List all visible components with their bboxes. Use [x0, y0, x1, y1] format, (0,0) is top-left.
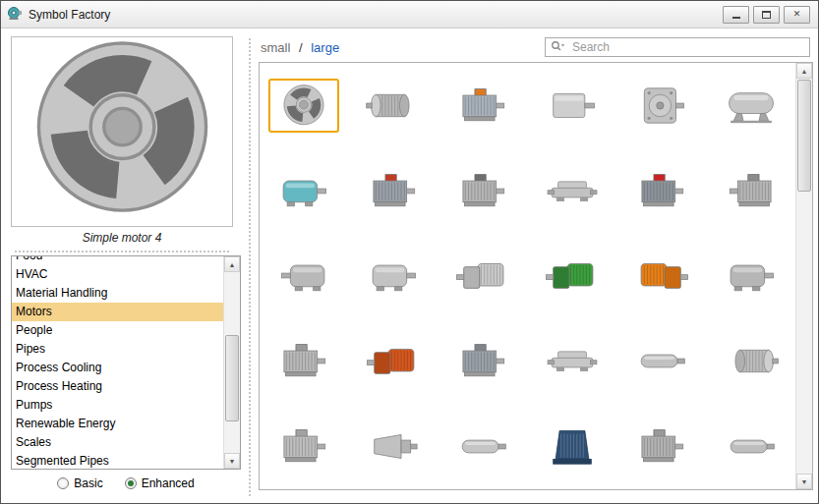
grid-scrollbar[interactable]: ▲ ▼	[795, 63, 812, 489]
symbol-cell-24[interactable]	[706, 318, 795, 404]
category-item-process-cooling[interactable]: Process Cooling	[12, 359, 223, 377]
category-list[interactable]: FoodHVACMaterial HandlingMotorsPeoplePip…	[11, 255, 241, 470]
vertical-dotted-divider	[249, 38, 251, 496]
symbol-cell-25[interactable]	[260, 404, 349, 489]
motor-symbol-icon	[447, 79, 518, 133]
category-item-motors[interactable]: Motors	[12, 303, 223, 321]
size-large-link[interactable]: large	[311, 40, 339, 55]
category-scrollbar[interactable]: ▲ ▼	[223, 256, 240, 469]
symbol-cell-30[interactable]	[706, 404, 795, 489]
category-item-people[interactable]: People	[12, 321, 223, 340]
scroll-down-button[interactable]: ▼	[224, 453, 240, 469]
symbol-cell-6[interactable]	[706, 63, 795, 148]
category-item-segmented-pipes[interactable]: Segmented Pipes	[12, 452, 223, 470]
symbol-cell-23[interactable]	[616, 318, 706, 404]
motor-symbol-icon	[268, 334, 339, 388]
category-item-material-handling[interactable]: Material Handling	[12, 284, 223, 303]
motor-symbol-icon	[716, 334, 787, 388]
motor-symbol-icon	[626, 164, 697, 218]
motor-symbol-icon	[447, 334, 518, 388]
motor-symbol-icon	[447, 164, 518, 218]
symbol-preview	[11, 36, 233, 227]
symbol-cell-3[interactable]	[439, 63, 528, 148]
category-item-pumps[interactable]: Pumps	[12, 396, 223, 415]
size-links-separator: /	[299, 40, 303, 55]
symbol-cell-2[interactable]	[349, 63, 439, 148]
symbol-cell-17[interactable]	[616, 234, 706, 319]
size-small-link[interactable]: small	[261, 40, 290, 55]
symbol-cell-18[interactable]	[706, 234, 795, 319]
close-icon: ✕	[793, 10, 801, 19]
scrollbar-thumb[interactable]	[225, 335, 239, 421]
motor-symbol-icon	[358, 79, 429, 133]
symbol-cell-19[interactable]	[260, 318, 349, 404]
maximize-button[interactable]	[753, 6, 780, 24]
symbol-cell-22[interactable]	[528, 318, 617, 404]
motor-symbol-icon	[626, 420, 697, 474]
size-links: small / large	[261, 40, 339, 55]
symbol-style-options: Basic Enhanced	[11, 476, 241, 490]
radio-enhanced-circle[interactable]	[125, 477, 137, 489]
symbol-cell-26[interactable]	[349, 404, 439, 489]
category-items: FoodHVACMaterial HandlingMotorsPeoplePip…	[12, 255, 223, 470]
symbol-cell-29[interactable]	[616, 404, 706, 489]
symbol-cell-8[interactable]	[349, 148, 439, 234]
motor-symbol-icon	[268, 249, 339, 303]
radio-basic-circle[interactable]	[57, 477, 69, 489]
radio-basic-label: Basic	[74, 476, 102, 490]
symbol-cell-16[interactable]	[528, 234, 617, 319]
scroll-up-button[interactable]: ▲	[796, 63, 812, 79]
maximize-icon	[762, 11, 771, 19]
symbol-grid: ▲ ▼	[259, 62, 813, 490]
radio-basic[interactable]: Basic	[57, 476, 102, 490]
category-item-hvac[interactable]: HVAC	[12, 265, 223, 284]
close-button[interactable]: ✕	[784, 6, 810, 24]
search-box[interactable]	[545, 37, 810, 57]
horizontal-dotted-divider	[15, 251, 229, 252]
category-item-scales[interactable]: Scales	[12, 433, 223, 452]
scrollbar-thumb[interactable]	[797, 80, 811, 192]
category-item-pipes[interactable]: Pipes	[12, 340, 223, 359]
symbol-cell-5[interactable]	[616, 63, 706, 148]
motor-symbol-icon	[716, 164, 787, 218]
motor-symbol-icon	[537, 420, 608, 474]
scroll-up-button[interactable]: ▲	[224, 256, 240, 272]
radio-enhanced-label: Enhanced	[142, 476, 195, 490]
symbol-cell-10[interactable]	[528, 148, 617, 234]
symbol-cell-7[interactable]	[260, 148, 349, 234]
symbol-cell-11[interactable]	[616, 148, 706, 234]
app-icon	[7, 5, 23, 25]
symbol-cell-13[interactable]	[260, 234, 349, 319]
motor-symbol-icon	[537, 249, 608, 303]
window-title: Symbol Factory	[29, 8, 110, 22]
motor-symbol-icon	[626, 79, 697, 133]
symbol-cell-15[interactable]	[439, 234, 528, 319]
symbol-cell-12[interactable]	[706, 148, 795, 234]
search-icon	[551, 38, 565, 56]
symbol-cell-27[interactable]	[439, 404, 528, 489]
motor-symbol-icon	[447, 249, 518, 303]
titlebar[interactable]: Symbol Factory ✕	[1, 1, 818, 28]
window-controls: ✕	[723, 6, 812, 24]
category-item-process-heating[interactable]: Process Heating	[12, 377, 223, 396]
radio-enhanced[interactable]: Enhanced	[125, 476, 195, 490]
scroll-down-button[interactable]: ▼	[796, 474, 812, 489]
minimize-button[interactable]	[723, 6, 749, 24]
motor-symbol-icon	[358, 334, 429, 388]
symbol-cell-9[interactable]	[439, 148, 528, 234]
symbol-cell-1[interactable]	[260, 63, 349, 148]
motor-symbol-icon	[268, 79, 339, 133]
category-item-renewable-energy[interactable]: Renewable Energy	[12, 415, 223, 433]
search-input[interactable]	[570, 39, 804, 55]
category-item-food[interactable]: Food	[12, 255, 223, 265]
client-area: Simple motor 4 FoodHVACMaterial Handling…	[1, 28, 818, 504]
symbol-factory-window: Symbol Factory ✕ Simple motor 4 FoodHVAC…	[0, 0, 819, 504]
symbol-grid-cells	[260, 63, 795, 489]
motor-symbol-icon	[626, 249, 697, 303]
symbol-cell-14[interactable]	[349, 234, 439, 319]
symbol-cell-28[interactable]	[528, 404, 617, 489]
symbol-cell-4[interactable]	[528, 63, 617, 148]
motor-symbol-icon	[716, 79, 787, 133]
symbol-cell-21[interactable]	[439, 318, 528, 404]
symbol-cell-20[interactable]	[349, 318, 439, 404]
